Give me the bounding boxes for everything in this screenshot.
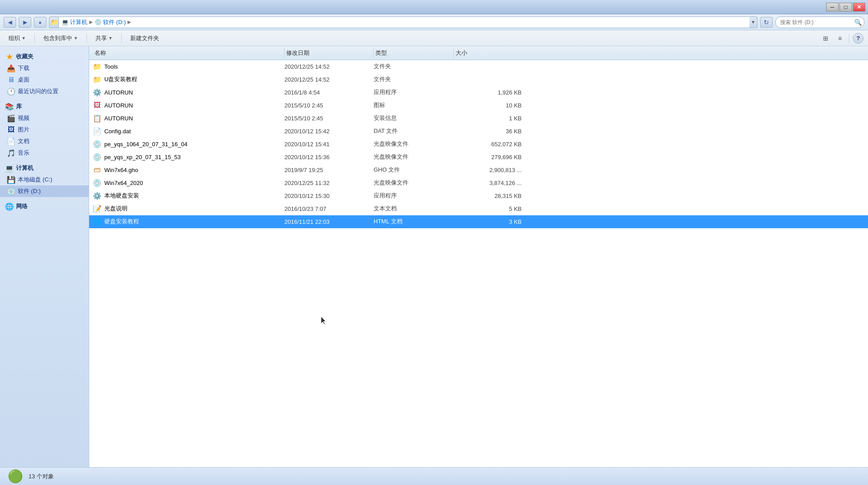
up-button[interactable]: ▲: [34, 17, 46, 28]
table-row[interactable]: 💿 Win7x64_2020 2020/12/25 11:32 光盘映像文件 3…: [89, 177, 868, 189]
file-name: AUTORUN: [104, 89, 133, 96]
file-date: 2020/10/12 15:30: [284, 193, 374, 199]
view-toggle-button[interactable]: ⊞: [820, 33, 831, 44]
new-folder-button[interactable]: 新建文件夹: [126, 33, 163, 44]
favorites-label: 收藏夹: [16, 53, 33, 61]
desktop-icon: 🖥: [7, 76, 15, 84]
file-name-cell: 💿 pe_yqs_1064_20_07_31_16_04: [93, 139, 284, 149]
organize-arrow: ▼: [21, 36, 26, 41]
file-size: 28,315 KB: [454, 193, 525, 199]
file-type: DAT 文件: [374, 127, 454, 135]
col-type[interactable]: 类型: [374, 48, 454, 58]
file-date: 2020/10/12 15:36: [284, 154, 374, 160]
sidebar-item-downloads[interactable]: 📥 下载: [0, 62, 89, 74]
sidebar-section-computer: 💻 计算机 💾 本地磁盘 (C:) 💿 软件 (D:): [0, 162, 89, 197]
file-date: 2016/1/8 4:54: [284, 89, 374, 96]
file-size: 3,874,126 ...: [454, 180, 525, 186]
file-name: 本地硬盘安装: [104, 192, 139, 200]
file-name: Win7x64.gho: [104, 167, 138, 173]
include-library-button[interactable]: 包含到库中 ▼: [39, 33, 82, 44]
file-name-cell: ⚙️ AUTORUN: [93, 87, 284, 98]
sidebar-item-pictures[interactable]: 🖼 图片: [0, 124, 89, 136]
video-label: 视频: [18, 114, 29, 122]
col-name[interactable]: 名称: [93, 48, 284, 58]
file-name-cell: 🖼 AUTORUN: [93, 100, 284, 111]
computer-label: 计算机: [16, 164, 33, 172]
network-label: 网络: [16, 202, 28, 210]
file-size: 2,900,813 ...: [454, 167, 525, 173]
col-size[interactable]: 大小: [454, 48, 525, 58]
table-row[interactable]: 🖼 AUTORUN 2015/5/10 2:45 图标 10 KB: [89, 99, 868, 112]
minimize-button[interactable]: ─: [826, 3, 839, 12]
library-section-title: 📚 库: [0, 101, 89, 112]
table-row[interactable]: 💿 pe_yqs_1064_20_07_31_16_04 2020/10/12 …: [89, 138, 868, 151]
toolbar: 组织 ▼ 包含到库中 ▼ 共享 ▼ 新建文件夹 ⊞ ≡ ?: [0, 30, 868, 46]
table-row[interactable]: 📁 Tools 2020/12/25 14:52 文件夹: [89, 60, 868, 73]
view-details-button[interactable]: ≡: [835, 33, 845, 44]
favorites-section-title: ★ 收藏夹: [0, 51, 89, 62]
col-modified[interactable]: 修改日期: [284, 48, 374, 58]
sidebar-item-music[interactable]: 🎵 音乐: [0, 147, 89, 159]
table-row[interactable]: ⚙️ 本地硬盘安装 2020/10/12 15:30 应用程序 28,315 K…: [89, 189, 868, 202]
sidebar-item-recent[interactable]: 🕐 最近访问的位置: [0, 86, 89, 97]
file-type: 应用程序: [374, 88, 454, 96]
file-size: 3 KB: [454, 218, 525, 225]
sidebar-item-desktop[interactable]: 🖥 桌面: [0, 74, 89, 86]
downloads-label: 下载: [18, 64, 29, 72]
forward-button[interactable]: ▶: [19, 17, 31, 28]
table-row[interactable]: 💿 pe_yqs_xp_20_07_31_15_53 2020/10/12 15…: [89, 151, 868, 164]
titlebar-buttons: ─ □ ✕: [826, 3, 865, 12]
file-name: U盘安装教程: [104, 75, 137, 83]
pictures-label: 图片: [18, 126, 29, 134]
file-name-cell: 📋 AUTORUN: [93, 113, 284, 123]
sidebar-item-video[interactable]: 🎬 视频: [0, 112, 89, 124]
file-icon: 📁: [93, 62, 102, 71]
c-drive-icon: 💾: [7, 176, 15, 184]
file-icon: 🌐: [93, 217, 102, 226]
file-size: 1 KB: [454, 115, 525, 122]
search-icon[interactable]: 🔍: [854, 19, 862, 26]
sidebar: ★ 收藏夹 📥 下载 🖥 桌面 🕐 最近访问的位置 📚 库: [0, 46, 89, 467]
library-icon: 📚: [5, 103, 13, 111]
sidebar-item-documents[interactable]: 📄 文档: [0, 136, 89, 147]
network-section-title: 🌐 网络: [0, 201, 89, 212]
file-size: 10 KB: [454, 102, 525, 109]
file-name-cell: 📁 Tools: [93, 61, 284, 72]
file-type: 文本文档: [374, 205, 454, 213]
file-icon: 📝: [93, 204, 102, 213]
recent-icon: 🕐: [7, 87, 15, 95]
maximize-button[interactable]: □: [839, 3, 852, 12]
file-date: 2016/10/23 7:07: [284, 206, 374, 212]
back-button[interactable]: ◀: [4, 17, 16, 28]
file-date: 2020/12/25 14:52: [284, 63, 374, 70]
table-row[interactable]: 🌐 硬盘安装教程 2016/11/21 22:03 HTML 文档 3 KB: [89, 215, 868, 228]
file-date: 2015/5/10 2:45: [284, 115, 374, 122]
documents-icon: 📄: [7, 137, 15, 145]
video-icon: 🎬: [7, 114, 15, 122]
sidebar-item-d-drive[interactable]: 💿 软件 (D:): [0, 185, 89, 197]
organize-button[interactable]: 组织 ▼: [4, 33, 30, 44]
breadcrumb-drive[interactable]: 💿 软件 (D:): [95, 18, 126, 26]
file-type: 文件夹: [374, 62, 454, 70]
sidebar-section-library: 📚 库 🎬 视频 🖼 图片 📄 文档 🎵 音乐: [0, 101, 89, 159]
table-row[interactable]: 📁 U盘安装教程 2020/12/25 14:52 文件夹: [89, 73, 868, 86]
table-row[interactable]: 🗃 Win7x64.gho 2019/9/7 19:25 GHO 文件 2,90…: [89, 164, 868, 177]
file-name-cell: 📁 U盘安装教程: [93, 74, 284, 85]
file-date: 2020/10/12 15:42: [284, 128, 374, 135]
address-dropdown-button[interactable]: ▼: [749, 16, 757, 28]
search-input[interactable]: [775, 16, 864, 28]
table-row[interactable]: 📝 光盘说明 2016/10/23 7:07 文本文档 5 KB: [89, 202, 868, 215]
breadcrumb-computer[interactable]: 💻 计算机: [62, 18, 87, 26]
statusbar: 🟢 13 个对象: [0, 467, 868, 485]
file-icon: ⚙️: [93, 191, 102, 200]
file-name-cell: ⚙️ 本地硬盘安装: [93, 190, 284, 201]
share-button[interactable]: 共享 ▼: [91, 33, 117, 44]
table-row[interactable]: ⚙️ AUTORUN 2016/1/8 4:54 应用程序 1,926 KB: [89, 86, 868, 99]
network-icon: 🌐: [5, 202, 13, 210]
table-row[interactable]: 📄 Config.dat 2020/10/12 15:42 DAT 文件 36 …: [89, 125, 868, 138]
refresh-button[interactable]: ↻: [760, 17, 773, 28]
table-row[interactable]: 📋 AUTORUN 2015/5/10 2:45 安装信息 1 KB: [89, 112, 868, 125]
help-button[interactable]: ?: [853, 33, 864, 44]
sidebar-item-c-drive[interactable]: 💾 本地磁盘 (C:): [0, 174, 89, 185]
close-button[interactable]: ✕: [853, 3, 865, 12]
